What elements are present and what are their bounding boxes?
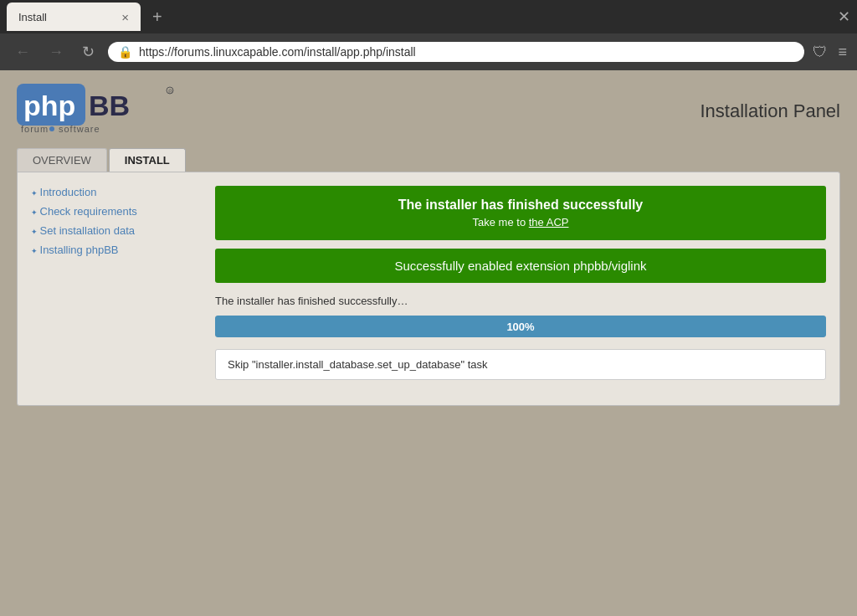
sidebar-item-installing-phpbb[interactable]: Installing phpBB — [31, 244, 198, 256]
nav-right-icons: 🛡 ≡ — [813, 44, 847, 61]
shield-icon[interactable]: 🛡 — [813, 44, 828, 61]
menu-icon[interactable]: ≡ — [838, 44, 847, 61]
phpbb-logo-svg: php BB forum software ® — [17, 84, 176, 138]
tabs-bar: OVERVIEW INSTALL — [17, 148, 840, 172]
success-banner: The installer has finished successfully … — [215, 186, 826, 240]
address-bar-wrapper: 🔒 — [108, 42, 804, 62]
acp-link[interactable]: the ACP — [529, 216, 569, 228]
install-content: The installer has finished successfully … — [215, 186, 826, 392]
tab-overview[interactable]: OVERVIEW — [17, 148, 107, 172]
sidebar-item-introduction[interactable]: Introduction — [31, 186, 198, 198]
main-panel: Introduction Check requirements Set inst… — [17, 172, 840, 406]
progress-bar-wrapper: 100% — [215, 316, 826, 337]
forward-button[interactable]: → — [44, 40, 69, 64]
progress-percent: 100% — [506, 321, 534, 333]
svg-text:®: ® — [168, 89, 173, 95]
svg-text:php: php — [23, 90, 75, 121]
browser-titlebar: Install × + ✕ — [0, 0, 857, 33]
success-subtitle-text: Take me to — [473, 216, 529, 228]
refresh-button[interactable]: ↻ — [77, 39, 100, 64]
browser-tab[interactable]: Install × — [7, 3, 141, 31]
sidebar-item-check-requirements[interactable]: Check requirements — [31, 205, 198, 218]
log-area: Skip "installer.install_database.set_up_… — [215, 349, 826, 380]
sidebar: Introduction Check requirements Set inst… — [31, 186, 198, 392]
address-security-icon: 🔒 — [118, 45, 132, 59]
svg-text:BB: BB — [89, 90, 130, 121]
progress-bar-fill: 100% — [215, 316, 826, 337]
progress-text: The installer has finished successfully… — [215, 295, 826, 307]
browser-navbar: ← → ↻ 🔒 🛡 ≡ — [0, 33, 857, 70]
extension-banner: Successfully enabled extension phpbb/vig… — [215, 249, 826, 283]
page-content: php BB forum software ® Installation Pan… — [0, 70, 857, 616]
address-bar[interactable] — [139, 45, 794, 59]
svg-point-4 — [49, 126, 54, 131]
new-tab-button[interactable]: + — [146, 4, 169, 30]
close-window-button[interactable]: ✕ — [838, 8, 850, 26]
phpbb-header: php BB forum software ® Installation Pan… — [17, 84, 840, 138]
sidebar-item-set-installation-data[interactable]: Set installation data — [31, 224, 198, 237]
tab-title: Install — [18, 11, 47, 23]
close-tab-button[interactable]: × — [121, 10, 129, 24]
success-title: The installer has finished successfully — [232, 198, 809, 213]
phpbb-logo: php BB forum software ® — [17, 84, 176, 138]
back-button[interactable]: ← — [10, 40, 35, 64]
svg-text:software: software — [59, 124, 100, 134]
tab-install[interactable]: INSTALL — [109, 148, 186, 172]
log-message: Skip "installer.install_database.set_up_… — [228, 358, 488, 371]
installation-panel-title: Installation Panel — [700, 100, 840, 122]
svg-text:forum: forum — [21, 124, 49, 134]
success-subtitle: Take me to the ACP — [232, 216, 809, 228]
